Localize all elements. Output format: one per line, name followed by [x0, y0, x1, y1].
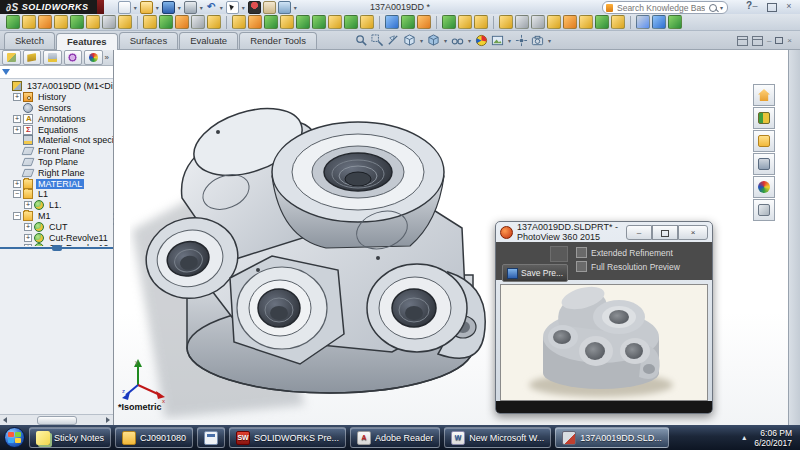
- command-icon-18[interactable]: [264, 15, 278, 29]
- taskbar-button-137a0019dd-sld-[interactable]: 137A0019DD.SLD...: [555, 427, 669, 448]
- fm-tabs-overflow[interactable]: »: [105, 53, 111, 62]
- command-icon-40[interactable]: [595, 15, 609, 29]
- expand-toggle-icon[interactable]: +: [24, 223, 32, 231]
- tree-item[interactable]: −L1: [0, 189, 113, 200]
- doc-restore-button[interactable]: [775, 35, 783, 46]
- expand-toggle-icon[interactable]: +: [24, 201, 32, 209]
- taskbar-button-sticky-notes[interactable]: Sticky Notes: [29, 427, 111, 448]
- command-icon-3[interactable]: [38, 15, 52, 29]
- print-caret-icon[interactable]: ▾: [200, 4, 203, 11]
- search-icon[interactable]: [709, 4, 717, 12]
- search-caret-icon[interactable]: ▾: [720, 4, 723, 11]
- tree-filter-row[interactable]: [0, 66, 113, 79]
- close-button[interactable]: ×: [782, 1, 796, 15]
- photoview-option[interactable]: Full Resolution Preview: [576, 261, 680, 272]
- view-settings-icon[interactable]: [515, 34, 528, 47]
- tab-surfaces[interactable]: Surfaces: [119, 32, 179, 49]
- expand-toggle-icon[interactable]: −: [13, 212, 21, 220]
- command-icon-20[interactable]: [296, 15, 310, 29]
- tree-item[interactable]: Front Plane: [0, 146, 113, 157]
- hide-show-items-icon[interactable]: [451, 34, 464, 47]
- graphics-viewport[interactable]: y x z *Isometric 137A0019DD.SLDPRT* - Ph…: [114, 50, 788, 425]
- command-icon-31[interactable]: [458, 15, 472, 29]
- photoview-option[interactable]: Extended Refinement: [576, 247, 680, 258]
- command-icon-13[interactable]: [191, 15, 205, 29]
- save-caret-icon[interactable]: ▾: [178, 4, 181, 11]
- scroll-left-icon[interactable]: [0, 416, 10, 425]
- fm-tab-display-manager[interactable]: [84, 50, 103, 65]
- tray-expand-icon[interactable]: ▴: [742, 433, 746, 442]
- minimize-button[interactable]: –: [748, 1, 762, 15]
- tree-item[interactable]: +CUT: [0, 221, 113, 232]
- hide-show-items-caret-icon[interactable]: ▾: [468, 37, 471, 44]
- screenshot-icon[interactable]: [278, 1, 291, 14]
- command-icon-17[interactable]: [248, 15, 262, 29]
- command-icon-24[interactable]: [360, 15, 374, 29]
- expand-toggle-icon[interactable]: +: [24, 234, 32, 242]
- taskpane-file-explorer-button[interactable]: [753, 130, 775, 152]
- expand-toggle-icon[interactable]: +: [24, 244, 32, 246]
- tree-item[interactable]: +History: [0, 92, 113, 103]
- tree-item[interactable]: +Annotations: [0, 113, 113, 124]
- tab-render-tools[interactable]: Render Tools: [239, 32, 317, 49]
- tree-item[interactable]: Sensors: [0, 103, 113, 114]
- camera-caret-icon[interactable]: ▾: [548, 37, 551, 44]
- view-orientation-caret-icon[interactable]: ▾: [420, 37, 423, 44]
- command-icon-4[interactable]: [54, 15, 68, 29]
- taskbar-button-cj0901080[interactable]: CJ0901080: [115, 427, 193, 448]
- undo-caret-icon[interactable]: ▾: [220, 4, 223, 11]
- scroll-right-icon[interactable]: [103, 416, 113, 425]
- fm-tab-dimxpert[interactable]: [64, 50, 83, 65]
- fm-tab-property-manager[interactable]: [23, 50, 42, 65]
- taskpane-custom-properties-button[interactable]: [753, 199, 775, 221]
- tree-item[interactable]: Top Plane: [0, 157, 113, 168]
- select-icon[interactable]: [226, 1, 239, 14]
- edit-appearance-icon[interactable]: [475, 34, 488, 47]
- command-icon-12[interactable]: [175, 15, 189, 29]
- command-icon-21[interactable]: [312, 15, 326, 29]
- taskpane-toolbox-button[interactable]: [753, 153, 775, 175]
- command-icon-6[interactable]: [86, 15, 100, 29]
- zoom-area-icon[interactable]: [371, 34, 384, 47]
- display-style-caret-icon[interactable]: ▾: [444, 37, 447, 44]
- taskbar-button-calculator[interactable]: [197, 427, 225, 448]
- command-icon-14[interactable]: [207, 15, 221, 29]
- command-icon-26[interactable]: [385, 15, 399, 29]
- select-caret-icon[interactable]: ▾: [242, 4, 245, 11]
- command-icon-32[interactable]: [474, 15, 488, 29]
- restore-button[interactable]: [765, 1, 779, 15]
- command-icon-11[interactable]: [159, 15, 173, 29]
- display-style-icon[interactable]: [427, 34, 440, 47]
- section-view-icon[interactable]: [387, 34, 400, 47]
- command-icon-27[interactable]: [401, 15, 415, 29]
- photoview-title-bar[interactable]: 137A0019DD.SLDPRT* - PhotoView 360 2015 …: [496, 222, 712, 242]
- command-icon-34[interactable]: [499, 15, 513, 29]
- command-icon-22[interactable]: [328, 15, 342, 29]
- expand-toggle-icon[interactable]: +: [13, 126, 21, 134]
- command-icon-35[interactable]: [515, 15, 529, 29]
- photoview-preview-window[interactable]: 137A0019DD.SLDPRT* - PhotoView 360 2015 …: [495, 221, 713, 414]
- view-orientation-icon[interactable]: [403, 34, 416, 47]
- scrollbar-thumb[interactable]: [37, 416, 77, 425]
- command-icon-8[interactable]: [118, 15, 132, 29]
- photoview-maximize-button[interactable]: [652, 225, 678, 240]
- open-icon[interactable]: [140, 1, 153, 14]
- command-icon-37[interactable]: [547, 15, 561, 29]
- tree-item[interactable]: Material <not specified>: [0, 135, 113, 146]
- print-icon[interactable]: [184, 1, 197, 14]
- tree-item[interactable]: +Cut-Revolve11: [0, 232, 113, 243]
- start-button[interactable]: [4, 427, 25, 448]
- taskbar-button-adobe-reader[interactable]: AAdobe Reader: [350, 427, 440, 448]
- task-pane-strip[interactable]: [788, 50, 800, 425]
- apply-scene-icon[interactable]: [491, 34, 504, 47]
- expand-toggle-icon[interactable]: +: [13, 180, 21, 188]
- command-icon-36[interactable]: [531, 15, 545, 29]
- command-icon-38[interactable]: [563, 15, 577, 29]
- tab-evaluate[interactable]: Evaluate: [179, 32, 238, 49]
- command-icon-45[interactable]: [668, 15, 682, 29]
- checkbox-icon[interactable]: [576, 247, 587, 258]
- file-properties-icon[interactable]: [263, 1, 276, 14]
- tree-item[interactable]: Right Plane: [0, 167, 113, 178]
- expand-toggle-icon[interactable]: +: [13, 115, 21, 123]
- new-document-caret-icon[interactable]: ▾: [134, 4, 137, 11]
